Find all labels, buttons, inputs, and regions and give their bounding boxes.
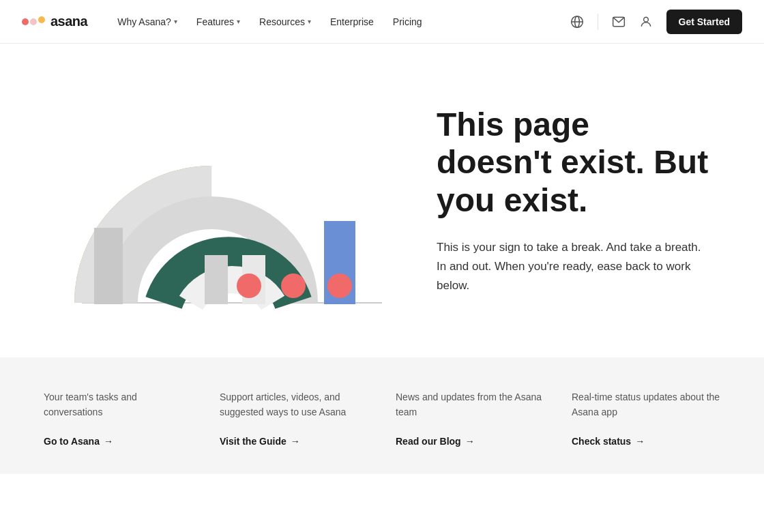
mail-button[interactable] xyxy=(606,10,631,34)
svg-point-4 xyxy=(643,17,648,22)
logo[interactable]: asana xyxy=(22,14,87,29)
logo-dots xyxy=(22,18,45,25)
user-button[interactable] xyxy=(634,10,658,34)
footer-card-desc-asana: Your team's tasks and conversations xyxy=(44,390,192,419)
svg-rect-6 xyxy=(94,228,123,304)
footer-card-desc-blog: News and updates from the Asana team xyxy=(396,390,544,419)
hero-illustration xyxy=(41,78,396,323)
logo-dot-red xyxy=(22,18,29,25)
arrow-icon: → xyxy=(465,436,475,447)
logo-text: asana xyxy=(50,14,87,29)
nav-link-pricing[interactable]: Pricing xyxy=(385,11,430,33)
404-illustration xyxy=(41,78,396,323)
chevron-down-icon: ▾ xyxy=(174,18,177,25)
navbar: asana Why Asana? ▾ Features ▾ Resources … xyxy=(0,0,764,44)
nav-actions: Get Started xyxy=(565,10,742,34)
page-title: This page doesn't exist. But you exist. xyxy=(437,106,709,219)
chevron-down-icon: ▾ xyxy=(308,18,311,25)
chevron-down-icon: ▾ xyxy=(237,18,240,25)
footer-card-asana: Your team's tasks and conversations Go t… xyxy=(44,390,192,447)
footer-card-desc-status: Real-time status updates about the Asana… xyxy=(572,390,720,419)
footer-card-status: Real-time status updates about the Asana… xyxy=(572,390,720,447)
nav-link-enterprise[interactable]: Enterprise xyxy=(322,11,382,33)
nav-divider xyxy=(598,14,598,30)
svg-point-11 xyxy=(281,274,306,298)
nav-link-why-asana[interactable]: Why Asana? ▾ xyxy=(109,11,186,33)
read-blog-link[interactable]: Read our Blog → xyxy=(396,436,544,447)
hero-section: This page doesn't exist. But you exist. … xyxy=(0,44,764,357)
arrow-icon: → xyxy=(104,436,113,447)
logo-dot-orange xyxy=(38,16,45,23)
arrow-icon: → xyxy=(635,436,645,447)
svg-point-12 xyxy=(327,274,352,298)
svg-rect-7 xyxy=(205,255,228,304)
svg-point-10 xyxy=(237,274,261,298)
nav-link-resources[interactable]: Resources ▾ xyxy=(251,11,319,33)
globe-icon xyxy=(570,15,584,29)
footer-card-blog: News and updates from the Asana team Rea… xyxy=(396,390,544,447)
footer-card-guide: Support articles, videos, and suggested … xyxy=(220,390,368,447)
visit-guide-link[interactable]: Visit the Guide → xyxy=(220,436,368,447)
hero-description: This is your sign to take a break. And t… xyxy=(437,238,709,295)
globe-button[interactable] xyxy=(565,10,589,34)
mail-icon xyxy=(612,15,626,29)
nav-link-features[interactable]: Features ▾ xyxy=(188,11,248,33)
user-icon xyxy=(639,15,653,29)
logo-dot-pink xyxy=(30,18,37,25)
go-to-asana-link[interactable]: Go to Asana → xyxy=(44,436,192,447)
arrow-icon: → xyxy=(291,436,300,447)
check-status-link[interactable]: Check status → xyxy=(572,436,720,447)
footer-section: Your team's tasks and conversations Go t… xyxy=(0,357,764,474)
hero-text: This page doesn't exist. But you exist. … xyxy=(396,106,709,295)
nav-links: Why Asana? ▾ Features ▾ Resources ▾ Ente… xyxy=(109,11,564,33)
get-started-button[interactable]: Get Started xyxy=(666,10,742,34)
footer-card-desc-guide: Support articles, videos, and suggested … xyxy=(220,390,368,419)
